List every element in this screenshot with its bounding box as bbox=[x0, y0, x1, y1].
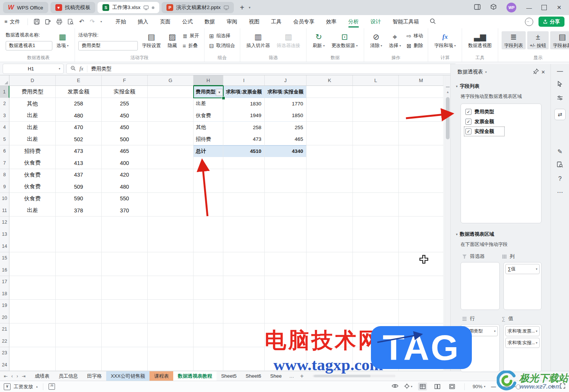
cell-I18[interactable] bbox=[223, 288, 265, 300]
cell-E6[interactable]: 473 bbox=[56, 145, 102, 157]
row-header-19[interactable]: 19 bbox=[0, 300, 9, 312]
pin-icon[interactable] bbox=[533, 69, 539, 75]
cell-J13[interactable] bbox=[265, 228, 307, 240]
cell-H22[interactable] bbox=[194, 335, 223, 347]
cell-E20[interactable] bbox=[56, 311, 102, 323]
values-area-box[interactable]: 求和项:发票... ▾ 求和项:实报... ▾ bbox=[503, 324, 542, 372]
select-all-corner[interactable] bbox=[0, 75, 9, 86]
move-button[interactable]: ⇨移动 bbox=[407, 33, 423, 39]
redo-icon[interactable]: ↷ bbox=[90, 19, 95, 25]
cell-F20[interactable] bbox=[102, 311, 148, 323]
cell-H7[interactable] bbox=[194, 157, 223, 169]
cell-K18[interactable] bbox=[307, 288, 353, 300]
cell-L11[interactable] bbox=[353, 204, 399, 217]
cell-L18[interactable] bbox=[353, 288, 399, 300]
close-button[interactable]: ✕ bbox=[557, 4, 561, 11]
cell-J10[interactable] bbox=[265, 193, 307, 205]
cell-I19[interactable] bbox=[223, 300, 265, 312]
cell-L8[interactable] bbox=[353, 169, 399, 181]
menu-item-formula[interactable]: 公式 bbox=[182, 15, 194, 28]
cell-E11[interactable]: 378 bbox=[56, 204, 102, 217]
cell-M18[interactable] bbox=[399, 288, 444, 300]
cell-K17[interactable] bbox=[307, 276, 353, 288]
cell-E7[interactable]: 413 bbox=[56, 157, 102, 169]
cell-G12[interactable] bbox=[148, 217, 194, 229]
cell-K15[interactable] bbox=[307, 252, 353, 264]
sheet-tab-sheet-scores[interactable]: 成绩表 bbox=[30, 371, 54, 381]
cell-D5[interactable]: 出差 bbox=[9, 133, 56, 145]
cell-M12[interactable] bbox=[399, 217, 444, 229]
panel-caret-icon[interactable]: ▾ bbox=[485, 70, 487, 74]
row-header-6[interactable]: 6 bbox=[0, 145, 9, 157]
cell-M3[interactable] bbox=[399, 110, 444, 122]
macro-icon[interactable]: JS bbox=[49, 383, 55, 390]
field-settings-button[interactable]: ▤字段设置 bbox=[139, 31, 163, 49]
help-icon[interactable]: ? bbox=[558, 175, 562, 182]
print-icon[interactable] bbox=[56, 19, 62, 24]
cursor-icon[interactable] bbox=[557, 81, 563, 88]
menu-item-review[interactable]: 审阅 bbox=[226, 15, 238, 28]
name-box-caret-icon[interactable]: ▾ bbox=[59, 67, 63, 70]
page-break-view-button[interactable] bbox=[447, 383, 456, 390]
cell-I11[interactable] bbox=[223, 204, 265, 217]
cell-G18[interactable] bbox=[148, 288, 194, 300]
cell-K2[interactable] bbox=[307, 98, 353, 110]
cell-M8[interactable] bbox=[399, 169, 444, 181]
cell-I10[interactable] bbox=[223, 193, 265, 205]
row-header-12[interactable]: 12 bbox=[0, 217, 9, 229]
cell-K16[interactable] bbox=[307, 264, 353, 276]
cell-I17[interactable] bbox=[223, 276, 265, 288]
menu-item-page[interactable]: 页面 bbox=[159, 15, 171, 28]
cell-F3[interactable]: 450 bbox=[102, 110, 148, 122]
payroll-button[interactable]: 工资发放 bbox=[14, 383, 33, 390]
cell-E8[interactable]: 437 bbox=[56, 169, 102, 181]
row-header-10[interactable]: 10 bbox=[0, 193, 9, 205]
page-layout-view-button[interactable] bbox=[433, 383, 442, 390]
cell-G22[interactable] bbox=[148, 335, 194, 347]
zoom-formula-icon[interactable] bbox=[70, 66, 76, 72]
clear-button[interactable]: ⊘清除▾ bbox=[368, 31, 385, 49]
cell-I8[interactable] bbox=[223, 169, 265, 181]
cell-M6[interactable] bbox=[399, 145, 444, 157]
row-header-14[interactable]: 14 bbox=[0, 240, 9, 252]
cell-M2[interactable] bbox=[399, 98, 444, 110]
cell-M14[interactable] bbox=[399, 240, 444, 252]
cell-K5[interactable] bbox=[307, 133, 353, 145]
refresh-button[interactable]: ↻刷新▾ bbox=[310, 31, 327, 49]
file-menu[interactable]: ≡ 文件 bbox=[0, 18, 25, 25]
share-button[interactable]: 分享 bbox=[538, 17, 564, 27]
cell-H17[interactable] bbox=[194, 276, 223, 288]
cell-L10[interactable] bbox=[353, 193, 399, 205]
cell-E17[interactable] bbox=[56, 276, 102, 288]
more-sheets-button[interactable]: … bbox=[286, 373, 297, 379]
cell-L14[interactable] bbox=[353, 240, 399, 252]
sheet-tab-sheet-tianzige[interactable]: 田字格 bbox=[82, 371, 106, 381]
cell-L19[interactable] bbox=[353, 300, 399, 312]
cell-F22[interactable] bbox=[102, 335, 148, 347]
cell-I1[interactable]: 求和项:发票金额 bbox=[223, 86, 265, 98]
cell-J5[interactable]: 465 bbox=[265, 133, 307, 145]
row-header-20[interactable]: 20 bbox=[0, 311, 9, 323]
expand-button[interactable]: ≣展开 bbox=[183, 33, 199, 39]
zoom-out-button[interactable]: — bbox=[491, 384, 496, 389]
app-box-icon[interactable] bbox=[490, 4, 497, 11]
menu-item-home[interactable]: 开始 bbox=[115, 15, 127, 28]
cell-M5[interactable] bbox=[399, 133, 444, 145]
active-field-input-value[interactable]: 费用类型 bbox=[78, 41, 138, 50]
cell-D3[interactable]: 出差 bbox=[9, 110, 56, 122]
normal-view-button[interactable] bbox=[418, 383, 427, 390]
more-icon[interactable]: ⋯ bbox=[557, 189, 563, 196]
menu-item-smart-toolbox[interactable]: 智能工具箱 bbox=[392, 15, 420, 28]
cell-L4[interactable] bbox=[353, 122, 399, 134]
cell-I12[interactable] bbox=[223, 217, 265, 229]
cell-I5[interactable]: 473 bbox=[223, 133, 265, 145]
row-header-16[interactable]: 16 bbox=[0, 264, 9, 276]
cell-G6[interactable] bbox=[148, 145, 194, 157]
cell-D6[interactable]: 招待费 bbox=[9, 145, 56, 157]
cell-F6[interactable]: 465 bbox=[102, 145, 148, 157]
row-header-8[interactable]: 8 bbox=[0, 169, 9, 181]
cell-I24[interactable] bbox=[223, 359, 265, 371]
cell-E22[interactable] bbox=[56, 335, 102, 347]
menu-item-analysis[interactable]: 分析 bbox=[348, 15, 360, 28]
cell-K9[interactable] bbox=[307, 181, 353, 193]
